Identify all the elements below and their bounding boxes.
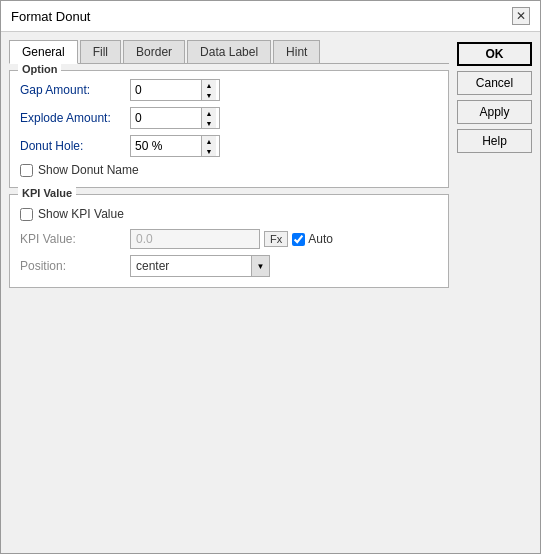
- gap-amount-spinner[interactable]: ▲ ▼: [130, 79, 220, 101]
- tab-general[interactable]: General: [9, 40, 78, 64]
- position-row: Position: center ▼: [20, 255, 438, 277]
- auto-check-wrap: Auto: [292, 232, 333, 246]
- help-button[interactable]: Help: [457, 129, 532, 153]
- close-icon: ✕: [516, 9, 526, 23]
- gap-amount-up[interactable]: ▲: [202, 80, 216, 90]
- donut-hole-spinner[interactable]: ▲ ▼: [130, 135, 220, 157]
- cancel-button[interactable]: Cancel: [457, 71, 532, 95]
- tab-bar: General Fill Border Data Label Hint: [9, 40, 449, 64]
- kpi-value-input[interactable]: [130, 229, 260, 249]
- option-section: Option Gap Amount: ▲ ▼ Explode Amount:: [9, 70, 449, 188]
- format-donut-dialog: Format Donut ✕ General Fill Border Data …: [0, 0, 541, 554]
- gap-amount-label: Gap Amount:: [20, 83, 130, 97]
- kpi-section-label: KPI Value: [18, 187, 76, 199]
- title-bar: Format Donut ✕: [1, 1, 540, 32]
- show-kpi-row: Show KPI Value: [20, 207, 438, 221]
- donut-hole-input[interactable]: [131, 137, 201, 155]
- auto-label: Auto: [308, 232, 333, 246]
- show-donut-name-row: Show Donut Name: [20, 163, 438, 177]
- show-donut-name-label: Show Donut Name: [38, 163, 139, 177]
- show-kpi-label: Show KPI Value: [38, 207, 124, 221]
- tab-data-label[interactable]: Data Label: [187, 40, 271, 63]
- apply-button[interactable]: Apply: [457, 100, 532, 124]
- explode-amount-down[interactable]: ▼: [202, 118, 216, 128]
- donut-hole-up[interactable]: ▲: [202, 136, 216, 146]
- show-donut-name-checkbox[interactable]: [20, 164, 33, 177]
- donut-hole-row: Donut Hole: ▲ ▼: [20, 135, 438, 157]
- auto-checkbox[interactable]: [292, 233, 305, 246]
- position-dropdown-arrow[interactable]: ▼: [251, 256, 269, 276]
- kpi-value-label: KPI Value:: [20, 232, 130, 246]
- gap-amount-down[interactable]: ▼: [202, 90, 216, 100]
- option-section-label: Option: [18, 63, 61, 75]
- gap-amount-spinner-btns: ▲ ▼: [201, 80, 216, 100]
- donut-hole-label: Donut Hole:: [20, 139, 130, 153]
- gap-amount-row: Gap Amount: ▲ ▼: [20, 79, 438, 101]
- explode-amount-spinner-btns: ▲ ▼: [201, 108, 216, 128]
- position-select[interactable]: center ▼: [130, 255, 270, 277]
- explode-amount-spinner[interactable]: ▲ ▼: [130, 107, 220, 129]
- panel-area: Option Gap Amount: ▲ ▼ Explode Amount:: [9, 70, 449, 545]
- kpi-value-row: KPI Value: Fx Auto: [20, 229, 438, 249]
- explode-amount-row: Explode Amount: ▲ ▼: [20, 107, 438, 129]
- tab-fill[interactable]: Fill: [80, 40, 121, 63]
- explode-amount-input[interactable]: [131, 109, 201, 127]
- tab-hint[interactable]: Hint: [273, 40, 320, 63]
- fx-button[interactable]: Fx: [264, 231, 288, 247]
- donut-hole-down[interactable]: ▼: [202, 146, 216, 156]
- dialog-title: Format Donut: [11, 9, 90, 24]
- dialog-body: General Fill Border Data Label Hint Opti…: [1, 32, 540, 553]
- ok-button[interactable]: OK: [457, 42, 532, 66]
- explode-amount-up[interactable]: ▲: [202, 108, 216, 118]
- show-kpi-checkbox[interactable]: [20, 208, 33, 221]
- position-value: center: [131, 257, 251, 275]
- tab-border[interactable]: Border: [123, 40, 185, 63]
- right-panel: OK Cancel Apply Help: [457, 40, 532, 545]
- explode-amount-label: Explode Amount:: [20, 111, 130, 125]
- kpi-section: KPI Value Show KPI Value KPI Value: Fx A…: [9, 194, 449, 288]
- left-panel: General Fill Border Data Label Hint Opti…: [9, 40, 449, 545]
- close-button[interactable]: ✕: [512, 7, 530, 25]
- donut-hole-spinner-btns: ▲ ▼: [201, 136, 216, 156]
- gap-amount-input[interactable]: [131, 81, 201, 99]
- position-label: Position:: [20, 259, 130, 273]
